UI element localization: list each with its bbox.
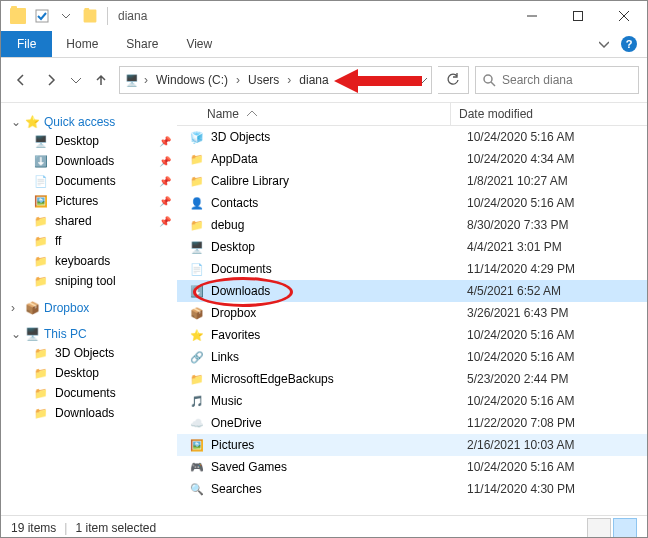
sidebar-item[interactable]: 📁3D Objects <box>1 343 177 363</box>
quick-access-header[interactable]: ⌄ ⭐ Quick access <box>1 113 177 131</box>
maximize-button[interactable] <box>555 1 601 31</box>
chevron-down-icon[interactable]: ⌄ <box>11 115 21 129</box>
star-icon: ⭐ <box>25 115 40 129</box>
file-name: Downloads <box>211 284 270 298</box>
back-button[interactable] <box>9 68 33 92</box>
refresh-button[interactable] <box>438 66 469 94</box>
quick-access-label: Quick access <box>44 115 115 129</box>
sidebar-item[interactable]: 📁ff <box>1 231 177 251</box>
pin-icon: 📌 <box>159 156 171 167</box>
chevron-right-icon[interactable]: › <box>11 301 21 315</box>
this-pc-header[interactable]: ⌄ 🖥️ This PC <box>1 325 177 343</box>
content-area: ⌄ ⭐ Quick access 🖥️Desktop📌⬇️Downloads📌📄… <box>1 103 647 515</box>
breadcrumb[interactable]: Users <box>244 73 283 87</box>
file-row[interactable]: ⭐Favorites10/24/2020 5:16 AM <box>177 324 647 346</box>
details-view-button[interactable] <box>587 518 611 538</box>
sidebar-item[interactable]: 📁Documents <box>1 383 177 403</box>
sidebar-item[interactable]: 📁shared📌 <box>1 211 177 231</box>
tab-share[interactable]: Share <box>112 31 172 57</box>
dropdown-icon[interactable] <box>55 5 77 27</box>
file-name: Links <box>211 350 239 364</box>
column-date[interactable]: Date modified <box>450 103 647 125</box>
svg-rect-0 <box>36 10 48 22</box>
file-name: AppData <box>211 152 258 166</box>
sidebar-item[interactable]: 📁keyboards <box>1 251 177 271</box>
file-row[interactable]: 🖼️Pictures2/16/2021 10:03 AM <box>177 434 647 456</box>
file-row[interactable]: 🎮Saved Games10/24/2020 5:16 AM <box>177 456 647 478</box>
file-date: 4/5/2021 6:52 AM <box>459 284 647 298</box>
tab-home[interactable]: Home <box>52 31 112 57</box>
file-row[interactable]: 📄Documents11/14/2020 4:29 PM <box>177 258 647 280</box>
dropbox-header[interactable]: › 📦 Dropbox <box>1 299 177 317</box>
address-bar[interactable]: 🖥️ › Windows (C:) › Users › diana <box>119 66 432 94</box>
sidebar-item[interactable]: 📁sniping tool <box>1 271 177 291</box>
sidebar-item[interactable]: ⬇️Downloads📌 <box>1 151 177 171</box>
search-input[interactable]: Search diana <box>475 66 639 94</box>
file-row[interactable]: 🔍Searches11/14/2020 4:30 PM <box>177 478 647 500</box>
svg-point-5 <box>484 75 492 83</box>
separator <box>107 7 108 25</box>
sidebar-item-label: 3D Objects <box>55 346 114 360</box>
recent-dropdown[interactable] <box>69 68 83 92</box>
file-row[interactable]: 🔗Links10/24/2020 5:16 AM <box>177 346 647 368</box>
file-row[interactable]: 📁MicrosoftEdgeBackups5/23/2020 2:44 PM <box>177 368 647 390</box>
breadcrumb[interactable]: Windows (C:) <box>152 73 232 87</box>
sidebar-item-label: keyboards <box>55 254 110 268</box>
desktop-icon: 🖥️ <box>33 133 49 149</box>
tab-view[interactable]: View <box>172 31 226 57</box>
chevron-down-icon[interactable] <box>599 39 609 49</box>
file-row[interactable]: ⬇️Downloads4/5/2021 6:52 AM <box>177 280 647 302</box>
close-button[interactable] <box>601 1 647 31</box>
file-date: 11/14/2020 4:29 PM <box>459 262 647 276</box>
file-tab[interactable]: File <box>1 31 52 57</box>
downloads-icon: ⬇️ <box>33 153 49 169</box>
status-item-count: 19 items <box>11 521 56 535</box>
chevron-right-icon[interactable]: › <box>142 73 150 87</box>
minimize-button[interactable] <box>509 1 555 31</box>
sidebar-item[interactable]: 📁Downloads <box>1 403 177 423</box>
file-row[interactable]: 📁AppData10/24/2020 4:34 AM <box>177 148 647 170</box>
file-name: Pictures <box>211 438 254 452</box>
icons-view-button[interactable] <box>613 518 637 538</box>
file-row[interactable]: ☁️OneDrive11/22/2020 7:08 PM <box>177 412 647 434</box>
file-row[interactable]: 📁Calibre Library1/8/2021 10:27 AM <box>177 170 647 192</box>
file-row[interactable]: 🧊3D Objects10/24/2020 5:16 AM <box>177 126 647 148</box>
sidebar-item[interactable]: 📄Documents📌 <box>1 171 177 191</box>
forward-button[interactable] <box>39 68 63 92</box>
up-button[interactable] <box>89 68 113 92</box>
file-name: Contacts <box>211 196 258 210</box>
file-name: Desktop <box>211 240 255 254</box>
chevron-right-icon[interactable]: › <box>234 73 242 87</box>
favorites-icon: ⭐ <box>189 327 205 343</box>
file-row[interactable]: 📁debug8/30/2020 7:33 PM <box>177 214 647 236</box>
file-list[interactable]: Name Date modified 🧊3D Objects10/24/2020… <box>177 103 647 515</box>
file-date: 11/22/2020 7:08 PM <box>459 416 647 430</box>
column-name[interactable]: Name <box>177 103 450 125</box>
sidebar-item[interactable]: 🖥️Desktop📌 <box>1 131 177 151</box>
help-button[interactable]: ? <box>621 36 637 52</box>
file-name: Documents <box>211 262 272 276</box>
file-row[interactable]: 📦Dropbox3/26/2021 6:43 PM <box>177 302 647 324</box>
file-date: 10/24/2020 4:34 AM <box>459 152 647 166</box>
pictures-icon: 🖼️ <box>33 193 49 209</box>
folder-icon: 📁 <box>33 385 49 401</box>
onedrive-icon: ☁️ <box>189 415 205 431</box>
navigation-pane[interactable]: ⌄ ⭐ Quick access 🖥️Desktop📌⬇️Downloads📌📄… <box>1 103 177 515</box>
pin-icon: 📌 <box>159 216 171 227</box>
file-row[interactable]: 🖥️Desktop4/4/2021 3:01 PM <box>177 236 647 258</box>
checkbox-icon[interactable] <box>31 5 53 27</box>
folder-icon: 📁 <box>33 345 49 361</box>
sort-indicator-icon <box>247 110 257 118</box>
chevron-down-icon[interactable]: ⌄ <box>11 327 21 341</box>
file-date: 8/30/2020 7:33 PM <box>459 218 647 232</box>
svg-rect-2 <box>574 12 583 21</box>
sidebar-item[interactable]: 📁Desktop <box>1 363 177 383</box>
chevron-right-icon[interactable]: › <box>285 73 293 87</box>
breadcrumb[interactable]: diana <box>295 73 332 87</box>
chevron-down-icon[interactable] <box>417 75 427 85</box>
folder-small-icon[interactable] <box>79 5 101 27</box>
sidebar-item[interactable]: 🖼️Pictures📌 <box>1 191 177 211</box>
file-row[interactable]: 👤Contacts10/24/2020 5:16 AM <box>177 192 647 214</box>
file-row[interactable]: 🎵Music10/24/2020 5:16 AM <box>177 390 647 412</box>
search-icon <box>482 73 496 87</box>
